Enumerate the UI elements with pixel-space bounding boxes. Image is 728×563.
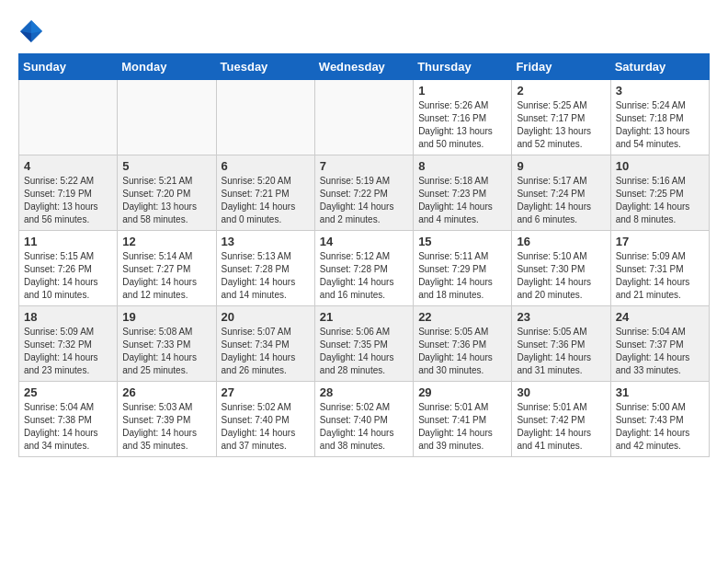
calendar-cell: 15Sunrise: 5:11 AM Sunset: 7:29 PM Dayli… xyxy=(414,231,512,306)
day-info: Sunrise: 5:26 AM Sunset: 7:16 PM Dayligh… xyxy=(418,99,506,151)
day-info: Sunrise: 5:02 AM Sunset: 7:40 PM Dayligh… xyxy=(222,401,310,453)
day-info: Sunrise: 5:21 AM Sunset: 7:20 PM Dayligh… xyxy=(122,175,210,226)
calendar-cell: 6Sunrise: 5:20 AM Sunset: 7:21 PM Daylig… xyxy=(216,155,314,231)
day-info: Sunrise: 5:20 AM Sunset: 7:21 PM Dayligh… xyxy=(222,175,310,226)
day-info: Sunrise: 5:09 AM Sunset: 7:32 PM Dayligh… xyxy=(24,326,112,377)
day-info: Sunrise: 5:15 AM Sunset: 7:26 PM Dayligh… xyxy=(24,250,112,302)
day-info: Sunrise: 5:19 AM Sunset: 7:22 PM Dayligh… xyxy=(320,175,408,226)
day-number: 17 xyxy=(616,235,704,248)
day-number: 23 xyxy=(517,310,605,324)
calendar-cell: 5Sunrise: 5:21 AM Sunset: 7:20 PM Daylig… xyxy=(118,155,216,231)
day-number: 16 xyxy=(517,235,605,248)
day-number: 31 xyxy=(616,385,704,399)
day-number: 27 xyxy=(222,385,310,399)
logo xyxy=(18,18,48,44)
calendar-header-row: SundayMondayTuesdayWednesdayThursdayFrid… xyxy=(19,54,710,80)
day-info: Sunrise: 5:00 AM Sunset: 7:43 PM Dayligh… xyxy=(616,401,704,453)
header-day-friday: Friday xyxy=(512,54,610,80)
calendar-cell: 25Sunrise: 5:04 AM Sunset: 7:38 PM Dayli… xyxy=(19,382,118,457)
day-number: 28 xyxy=(320,385,408,399)
day-info: Sunrise: 5:11 AM Sunset: 7:29 PM Dayligh… xyxy=(418,250,506,302)
day-info: Sunrise: 5:13 AM Sunset: 7:28 PM Dayligh… xyxy=(222,250,310,302)
svg-marker-2 xyxy=(20,31,31,42)
calendar-cell: 24Sunrise: 5:04 AM Sunset: 7:37 PM Dayli… xyxy=(610,306,709,382)
day-number: 14 xyxy=(320,235,408,248)
day-info: Sunrise: 5:25 AM Sunset: 7:17 PM Dayligh… xyxy=(517,99,605,151)
calendar-cell: 21Sunrise: 5:06 AM Sunset: 7:35 PM Dayli… xyxy=(314,306,413,382)
header-day-wednesday: Wednesday xyxy=(314,54,413,80)
header-day-saturday: Saturday xyxy=(610,54,709,80)
day-number: 4 xyxy=(24,159,112,173)
day-info: Sunrise: 5:16 AM Sunset: 7:25 PM Dayligh… xyxy=(616,175,704,226)
calendar-cell: 18Sunrise: 5:09 AM Sunset: 7:32 PM Dayli… xyxy=(19,306,118,382)
calendar-cell: 7Sunrise: 5:19 AM Sunset: 7:22 PM Daylig… xyxy=(314,155,413,231)
day-number: 25 xyxy=(24,385,112,399)
day-number: 8 xyxy=(418,159,506,173)
day-number: 22 xyxy=(418,310,506,324)
day-number: 12 xyxy=(122,235,210,248)
header-day-monday: Monday xyxy=(118,54,216,80)
calendar-week-row: 25Sunrise: 5:04 AM Sunset: 7:38 PM Dayli… xyxy=(19,382,710,457)
calendar-cell: 22Sunrise: 5:05 AM Sunset: 7:36 PM Dayli… xyxy=(414,306,512,382)
day-info: Sunrise: 5:18 AM Sunset: 7:23 PM Dayligh… xyxy=(418,175,506,226)
day-info: Sunrise: 5:05 AM Sunset: 7:36 PM Dayligh… xyxy=(418,326,506,377)
day-info: Sunrise: 5:01 AM Sunset: 7:42 PM Dayligh… xyxy=(517,401,605,453)
calendar-table: SundayMondayTuesdayWednesdayThursdayFrid… xyxy=(18,53,710,457)
day-number: 21 xyxy=(320,310,408,324)
day-info: Sunrise: 5:02 AM Sunset: 7:40 PM Dayligh… xyxy=(320,401,408,453)
page-header xyxy=(18,18,710,44)
calendar-cell: 8Sunrise: 5:18 AM Sunset: 7:23 PM Daylig… xyxy=(414,155,512,231)
day-number: 20 xyxy=(222,310,310,324)
day-number: 7 xyxy=(320,159,408,173)
calendar-cell: 10Sunrise: 5:16 AM Sunset: 7:25 PM Dayli… xyxy=(610,155,709,231)
day-info: Sunrise: 5:01 AM Sunset: 7:41 PM Dayligh… xyxy=(418,401,506,453)
day-number: 2 xyxy=(517,84,605,98)
logo-icon xyxy=(18,18,44,44)
calendar-week-row: 4Sunrise: 5:22 AM Sunset: 7:19 PM Daylig… xyxy=(19,155,710,231)
day-number: 13 xyxy=(222,235,310,248)
calendar-cell xyxy=(216,80,314,155)
calendar-cell: 12Sunrise: 5:14 AM Sunset: 7:27 PM Dayli… xyxy=(118,231,216,306)
calendar-cell: 29Sunrise: 5:01 AM Sunset: 7:41 PM Dayli… xyxy=(414,382,512,457)
day-info: Sunrise: 5:22 AM Sunset: 7:19 PM Dayligh… xyxy=(24,175,112,226)
day-number: 6 xyxy=(222,159,310,173)
day-number: 15 xyxy=(418,235,506,248)
day-info: Sunrise: 5:04 AM Sunset: 7:37 PM Dayligh… xyxy=(616,326,704,377)
header-day-thursday: Thursday xyxy=(414,54,512,80)
calendar-week-row: 18Sunrise: 5:09 AM Sunset: 7:32 PM Dayli… xyxy=(19,306,710,382)
calendar-cell: 9Sunrise: 5:17 AM Sunset: 7:24 PM Daylig… xyxy=(512,155,610,231)
day-number: 5 xyxy=(122,159,210,173)
calendar-cell: 28Sunrise: 5:02 AM Sunset: 7:40 PM Dayli… xyxy=(314,382,413,457)
day-info: Sunrise: 5:06 AM Sunset: 7:35 PM Dayligh… xyxy=(320,326,408,377)
day-number: 10 xyxy=(616,159,704,173)
header-day-sunday: Sunday xyxy=(19,54,118,80)
day-info: Sunrise: 5:24 AM Sunset: 7:18 PM Dayligh… xyxy=(616,99,704,151)
calendar-cell: 14Sunrise: 5:12 AM Sunset: 7:28 PM Dayli… xyxy=(314,231,413,306)
calendar-cell: 31Sunrise: 5:00 AM Sunset: 7:43 PM Dayli… xyxy=(610,382,709,457)
calendar-cell: 16Sunrise: 5:10 AM Sunset: 7:30 PM Dayli… xyxy=(512,231,610,306)
calendar-cell: 4Sunrise: 5:22 AM Sunset: 7:19 PM Daylig… xyxy=(19,155,118,231)
calendar-cell: 11Sunrise: 5:15 AM Sunset: 7:26 PM Dayli… xyxy=(19,231,118,306)
day-info: Sunrise: 5:12 AM Sunset: 7:28 PM Dayligh… xyxy=(320,250,408,302)
calendar-cell: 27Sunrise: 5:02 AM Sunset: 7:40 PM Dayli… xyxy=(216,382,314,457)
calendar-cell: 26Sunrise: 5:03 AM Sunset: 7:39 PM Dayli… xyxy=(118,382,216,457)
day-info: Sunrise: 5:09 AM Sunset: 7:31 PM Dayligh… xyxy=(616,250,704,302)
day-number: 9 xyxy=(517,159,605,173)
day-info: Sunrise: 5:14 AM Sunset: 7:27 PM Dayligh… xyxy=(122,250,210,302)
calendar-cell: 13Sunrise: 5:13 AM Sunset: 7:28 PM Dayli… xyxy=(216,231,314,306)
day-info: Sunrise: 5:08 AM Sunset: 7:33 PM Dayligh… xyxy=(122,326,210,377)
calendar-cell xyxy=(19,80,118,155)
day-info: Sunrise: 5:10 AM Sunset: 7:30 PM Dayligh… xyxy=(517,250,605,302)
calendar-week-row: 1Sunrise: 5:26 AM Sunset: 7:16 PM Daylig… xyxy=(19,80,710,155)
day-info: Sunrise: 5:17 AM Sunset: 7:24 PM Dayligh… xyxy=(517,175,605,226)
day-number: 11 xyxy=(24,235,112,248)
calendar-cell: 17Sunrise: 5:09 AM Sunset: 7:31 PM Dayli… xyxy=(610,231,709,306)
day-number: 19 xyxy=(122,310,210,324)
header-day-tuesday: Tuesday xyxy=(216,54,314,80)
calendar-week-row: 11Sunrise: 5:15 AM Sunset: 7:26 PM Dayli… xyxy=(19,231,710,306)
calendar-cell: 30Sunrise: 5:01 AM Sunset: 7:42 PM Dayli… xyxy=(512,382,610,457)
calendar-cell: 3Sunrise: 5:24 AM Sunset: 7:18 PM Daylig… xyxy=(610,80,709,155)
calendar-cell: 2Sunrise: 5:25 AM Sunset: 7:17 PM Daylig… xyxy=(512,80,610,155)
calendar-cell xyxy=(314,80,413,155)
calendar-cell: 1Sunrise: 5:26 AM Sunset: 7:16 PM Daylig… xyxy=(414,80,512,155)
